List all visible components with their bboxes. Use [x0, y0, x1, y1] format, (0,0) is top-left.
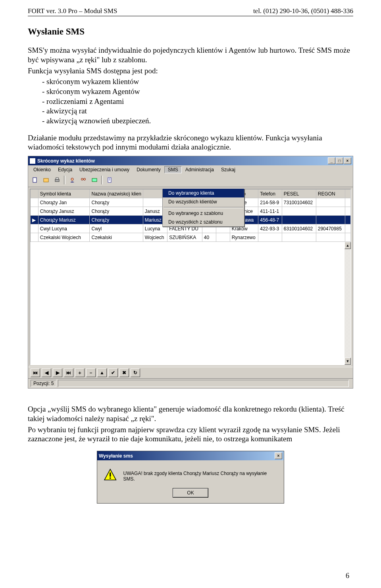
- cell[interactable]: 40: [202, 233, 216, 242]
- dropdown-item[interactable]: Do wybranego z szablonu: [163, 209, 244, 218]
- nav-add-button[interactable]: ＋: [75, 368, 85, 377]
- row-marker: [31, 198, 38, 207]
- svg-point-6: [84, 178, 86, 180]
- cell[interactable]: Wojciech: [143, 233, 167, 242]
- cell[interactable]: [282, 216, 316, 224]
- nav-cancel-button[interactable]: ✖: [119, 368, 129, 377]
- status-position: Pozycji: 5: [31, 380, 56, 387]
- dropdown-item[interactable]: Do wszystkich klientów: [163, 197, 244, 206]
- toolbar-divider: [64, 176, 65, 184]
- maximize-button[interactable]: □: [336, 157, 343, 164]
- row-marker: [31, 233, 38, 242]
- cell[interactable]: Czekalski: [90, 233, 143, 242]
- cell[interactable]: Chorąży Jan: [38, 198, 90, 207]
- cell[interactable]: [258, 233, 282, 242]
- svg-rect-13: [110, 477, 111, 479]
- col-symbol-klienta[interactable]: Symbol klienta: [38, 190, 90, 198]
- row-marker: [31, 224, 38, 233]
- nav-save-button[interactable]: ✔: [108, 368, 118, 377]
- col-nazwa[interactable]: Nazwa (nazwisko) klien: [90, 190, 143, 198]
- menu-ubezpieczenia[interactable]: Ubezpieczenia i umowy: [76, 166, 133, 173]
- nav-refresh-button[interactable]: ↻: [131, 368, 140, 377]
- intro-paragraph-1: SMS'y można wysyłać indywidualnie do poj…: [28, 46, 353, 65]
- titlebar[interactable]: Skrócony wykaz klientów _ □ ×: [28, 156, 353, 165]
- menu-dokumenty[interactable]: Dokumenty: [133, 166, 164, 173]
- toolbar-new-icon[interactable]: [30, 175, 40, 185]
- list-item: skróconym wykazem klientów: [42, 77, 353, 87]
- cell[interactable]: Chorąży Janusz: [38, 207, 90, 216]
- nav-delete-button[interactable]: －: [86, 368, 96, 377]
- cell[interactable]: Chorąży: [90, 207, 143, 216]
- menu-sms[interactable]: SMS: [164, 166, 182, 173]
- list-item: skróconym wykazem Agentów: [42, 87, 353, 97]
- grid-empty-area: ▲ ▼: [30, 242, 351, 365]
- cell[interactable]: 456-48-7: [258, 216, 282, 224]
- close-button[interactable]: ×: [344, 157, 351, 164]
- header-right: tel. (012) 290-10-36, (0501) 488-336: [253, 7, 353, 15]
- ok-button[interactable]: OK: [173, 488, 208, 498]
- nav-last-button[interactable]: ⏭: [64, 368, 73, 377]
- svg-rect-0: [33, 178, 37, 182]
- toolbar-doc-icon[interactable]: [104, 175, 115, 185]
- toolbar-users-icon[interactable]: [78, 175, 89, 185]
- cell[interactable]: Rynarzewo: [230, 233, 258, 242]
- col-telefon[interactable]: Telefon: [258, 190, 282, 198]
- cell[interactable]: 290470985: [316, 224, 345, 233]
- dropdown-item[interactable]: Do wybranego klienta: [163, 189, 244, 197]
- cell[interactable]: Czekalski Wojciech: [38, 233, 90, 242]
- menu-okienko[interactable]: Okienko: [30, 166, 54, 173]
- toolbar-card-icon[interactable]: [89, 175, 100, 185]
- toolbar-print-icon[interactable]: [52, 175, 62, 185]
- menu-edycja[interactable]: Edycja: [54, 166, 76, 173]
- scroll-down-icon[interactable]: ▼: [344, 358, 351, 365]
- nav-next-button[interactable]: ▶: [53, 368, 62, 377]
- table-row[interactable]: Czekalski WojciechCzekalskiWojciechSZUBI…: [31, 233, 351, 242]
- menu-administracja[interactable]: Administracja: [182, 166, 217, 173]
- col-regon[interactable]: REGON: [316, 190, 345, 198]
- vertical-scrollbar[interactable]: ▲ ▼: [344, 242, 351, 365]
- cell[interactable]: Cwyl: [90, 224, 143, 233]
- cell[interactable]: Chorąży Mariusz: [38, 216, 90, 224]
- cell[interactable]: SZUBIŃSKA: [167, 233, 202, 242]
- intro-paragraph-2: Działanie modułu przedstawimy na przykła…: [28, 133, 353, 152]
- dropdown-item[interactable]: Do wszystkich z szablonu: [163, 218, 244, 226]
- nav-edit-button[interactable]: ▲: [97, 368, 107, 377]
- cell[interactable]: Chorąży: [90, 198, 143, 207]
- cell[interactable]: [316, 207, 345, 216]
- menu-szukaj[interactable]: Szukaj: [217, 166, 239, 173]
- cell[interactable]: 63100104602: [282, 224, 316, 233]
- svg-rect-3: [56, 178, 58, 179]
- nav-first-button[interactable]: ⏮: [31, 368, 40, 377]
- warning-icon: [104, 468, 117, 482]
- cell[interactable]: 73100104602: [282, 198, 316, 207]
- toolbar-user-icon[interactable]: [67, 175, 77, 185]
- header-left: FORT ver. 3.0 Pro – Moduł SMS: [28, 7, 117, 15]
- cell[interactable]: [282, 207, 316, 216]
- col-pesel[interactable]: PESEL: [282, 190, 316, 198]
- toolbar-divider: [101, 176, 103, 184]
- dialog-close-button[interactable]: ×: [275, 452, 282, 459]
- dialog-titlebar[interactable]: Wysyłanie sms ×: [97, 451, 284, 460]
- cell[interactable]: [216, 233, 230, 242]
- row-marker: ▶: [31, 216, 38, 224]
- window-buttons: _ □ ×: [328, 157, 351, 164]
- cell[interactable]: 411-11-1: [258, 207, 282, 216]
- toolbar-open-icon[interactable]: [41, 175, 51, 185]
- window-title: Skrócony wykaz klientów: [37, 158, 95, 164]
- intro-lead: Funkcja wysyłania SMS dostępna jest pod:: [28, 66, 353, 76]
- cell[interactable]: [316, 198, 345, 207]
- cell[interactable]: 214-58-9: [258, 198, 282, 207]
- nav-prev-button[interactable]: ◀: [42, 368, 51, 377]
- cell[interactable]: Cwyl Lucyna: [38, 224, 90, 233]
- cell[interactable]: 422-93-3: [258, 224, 282, 233]
- scroll-track[interactable]: [344, 249, 351, 358]
- cell[interactable]: [316, 233, 345, 242]
- scroll-up-icon[interactable]: ▲: [344, 242, 351, 249]
- minimize-button[interactable]: _: [328, 157, 335, 164]
- cell[interactable]: [316, 216, 345, 224]
- svg-point-4: [71, 178, 73, 180]
- cell[interactable]: [282, 233, 316, 242]
- after-paragraph-2: Po wybraniu tej funkcji program najpierw…: [28, 425, 353, 444]
- cell[interactable]: Chorąży: [90, 216, 143, 224]
- svg-point-5: [81, 178, 83, 180]
